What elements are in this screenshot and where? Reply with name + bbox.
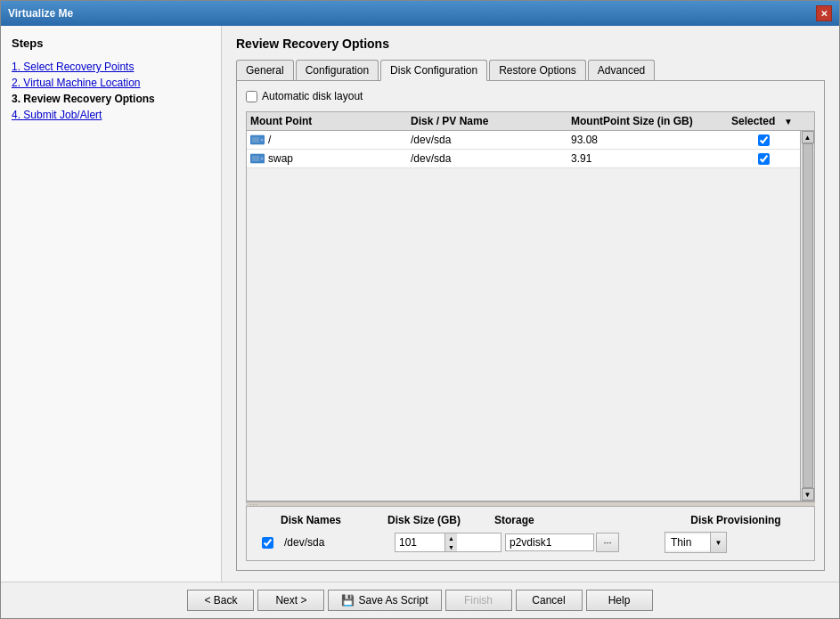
disk-table-body-inner: / /dev/sda 93.08 xyxy=(247,131,800,168)
bottom-disk-size-input-group: ▲ ▼ xyxy=(395,533,502,552)
back-button[interactable]: < Back xyxy=(187,590,254,611)
spin-down-button[interactable]: ▼ xyxy=(444,542,457,551)
disk-table-body: / /dev/sda 93.08 xyxy=(247,131,814,501)
bottom-checkbox-cell xyxy=(254,537,281,549)
selected-checkbox-1[interactable] xyxy=(758,134,770,146)
bottom-col-provisioning: Disk Provisioning xyxy=(665,514,807,526)
sidebar-item-step3: 3. Review Recovery Options xyxy=(12,91,210,107)
table-row[interactable]: swap /dev/sda 3.91 xyxy=(247,150,800,168)
mount-point-cell: / xyxy=(250,134,411,146)
provision-dropdown: Thin ▼ xyxy=(665,532,727,553)
selected-checkbox-2[interactable] xyxy=(758,153,770,165)
disk-table-header: Mount Point Disk / PV Name MountPoint Si… xyxy=(247,112,814,131)
provision-dropdown-button[interactable]: ▼ xyxy=(710,533,726,552)
hdd-icon xyxy=(250,153,265,164)
table-scrollbar: ▲ ▼ xyxy=(800,131,814,501)
tab-configuration[interactable]: Configuration xyxy=(296,60,379,80)
svg-rect-1 xyxy=(252,137,259,143)
title-bar: Virtualize Me ✕ xyxy=(1,1,839,26)
bottom-col-disk-names: Disk Names xyxy=(281,514,387,526)
disk-bottom-header: Disk Names Disk Size (GB) Storage Disk P… xyxy=(250,514,811,526)
disk-bottom-row: /dev/sda ▲ ▼ ·· xyxy=(250,532,811,553)
table-row[interactable]: / /dev/sda 93.08 xyxy=(247,131,800,150)
bottom-col-check xyxy=(254,514,281,526)
disk-name-value: /dev/sda xyxy=(411,134,571,146)
disk-size-input[interactable] xyxy=(396,534,444,550)
disk-size-spinner: ▲ ▼ xyxy=(395,533,502,552)
bottom-col-storage: Storage xyxy=(494,514,665,526)
sidebar: Steps 1. Select Recovery Points 2. Virtu… xyxy=(1,26,222,582)
finish-button[interactable]: Finish xyxy=(445,590,512,611)
selected-checkbox-cell xyxy=(731,134,796,146)
next-button[interactable]: Next > xyxy=(257,590,324,611)
close-button[interactable]: ✕ xyxy=(816,5,832,21)
window-content: Steps 1. Select Recovery Points 2. Virtu… xyxy=(1,26,839,582)
disk-table-area: Mount Point Disk / PV Name MountPoint Si… xyxy=(246,111,815,501)
spin-buttons: ▲ ▼ xyxy=(444,533,457,551)
sidebar-item-step2[interactable]: 2. Virtual Machine Location xyxy=(12,75,210,91)
col-mountpoint-size: MountPoint Size (in GB) xyxy=(571,115,731,127)
svg-point-2 xyxy=(261,139,264,142)
cancel-button[interactable]: Cancel xyxy=(516,590,583,611)
tab-restore-options[interactable]: Restore Options xyxy=(489,60,586,80)
storage-input[interactable] xyxy=(505,533,594,551)
provision-display: Thin xyxy=(665,534,710,550)
tab-content-disk-config: Automatic disk layout Mount Point Disk /… xyxy=(236,81,825,571)
auto-disk-layout-checkbox[interactable] xyxy=(246,91,257,102)
svg-point-5 xyxy=(261,158,264,160)
sidebar-item-step4[interactable]: 4. Submit Job/Alert xyxy=(12,107,210,123)
tab-advanced[interactable]: Advanced xyxy=(588,60,655,80)
bottom-bar: < Back Next > 💾 Save As Script Finish Ca… xyxy=(1,582,839,618)
auto-disk-layout-label: Automatic disk layout xyxy=(262,90,363,102)
mount-point-value: swap xyxy=(268,152,293,165)
browse-button[interactable]: ··· xyxy=(596,533,619,552)
disk-name-value: /dev/sda xyxy=(411,152,571,165)
provision-group: Thin ▼ xyxy=(665,532,807,553)
bottom-disk-name: /dev/sda xyxy=(284,536,391,549)
col-mount-point: Mount Point xyxy=(250,115,411,127)
size-value: 3.91 xyxy=(571,152,731,165)
col-disk-pv-name: Disk / PV Name xyxy=(411,115,571,127)
col-selected: Selected ▼ xyxy=(731,115,793,127)
storage-input-group: ··· xyxy=(505,533,661,552)
help-button[interactable]: Help xyxy=(586,590,653,611)
bottom-disk-checkbox[interactable] xyxy=(262,537,273,549)
main-area: Review Recovery Options General Configur… xyxy=(222,26,839,582)
svg-rect-4 xyxy=(252,156,259,161)
tab-disk-configuration[interactable]: Disk Configuration xyxy=(380,60,487,81)
sidebar-title: Steps xyxy=(12,37,210,50)
sort-icon[interactable]: ▼ xyxy=(784,117,793,126)
page-title: Review Recovery Options xyxy=(236,37,825,51)
tab-general[interactable]: General xyxy=(236,60,294,80)
save-script-icon: 💾 xyxy=(341,594,355,607)
selected-checkbox-cell xyxy=(731,153,796,165)
mount-point-value: / xyxy=(268,134,271,146)
main-window: Virtualize Me ✕ Steps 1. Select Recovery… xyxy=(0,0,840,619)
size-value: 93.08 xyxy=(571,134,731,146)
scroll-down-arrow[interactable]: ▼ xyxy=(802,488,814,501)
disk-bottom-area: Disk Names Disk Size (GB) Storage Disk P… xyxy=(246,507,815,561)
tab-bar: General Configuration Disk Configuration… xyxy=(236,60,825,81)
hdd-icon xyxy=(250,134,265,145)
save-script-button[interactable]: 💾 Save As Script xyxy=(328,590,441,611)
spin-up-button[interactable]: ▲ xyxy=(444,533,457,542)
auto-disk-layout-row: Automatic disk layout xyxy=(246,90,815,102)
bottom-col-disk-size: Disk Size (GB) xyxy=(387,514,494,526)
scroll-up-arrow[interactable]: ▲ xyxy=(802,131,814,143)
scroll-thumb[interactable] xyxy=(803,143,813,488)
sidebar-item-step1[interactable]: 1. Select Recovery Points xyxy=(12,59,210,75)
save-script-label: Save As Script xyxy=(358,594,428,607)
mount-point-cell: swap xyxy=(250,152,411,165)
window-title: Virtualize Me xyxy=(8,7,73,20)
